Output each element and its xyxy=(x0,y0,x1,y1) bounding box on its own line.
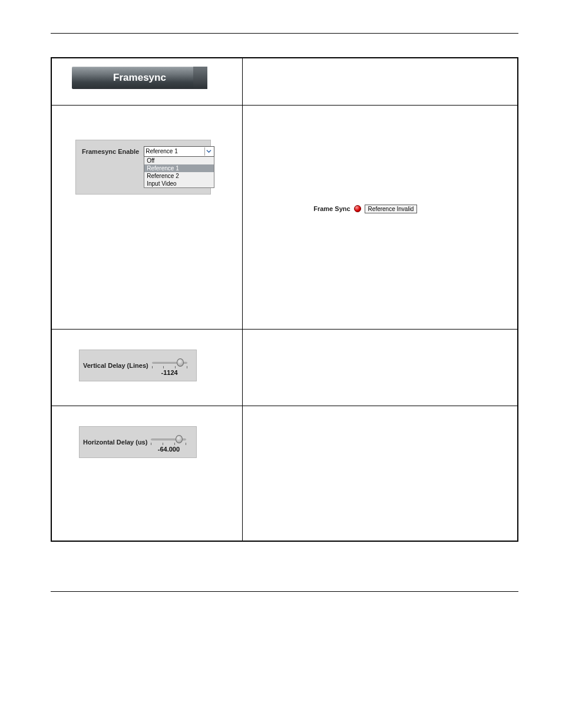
framesync-enable-panel: Framesync Enable Reference 1 Off xyxy=(75,140,211,195)
horizontal-delay-slider[interactable] xyxy=(151,435,186,443)
chevron-down-icon xyxy=(204,147,213,156)
framesync-enable-dropdown[interactable]: Reference 1 xyxy=(144,146,214,157)
frame-sync-status-label: Frame Sync xyxy=(313,205,350,212)
horizontal-delay-label: Horizontal Delay (us) xyxy=(83,435,147,446)
vertical-delay-value: -1124 xyxy=(161,369,178,376)
frame-sync-status: Frame Sync Reference Invalid xyxy=(313,205,511,213)
footer-rule xyxy=(51,591,518,592)
header-rule xyxy=(51,33,518,34)
option-off[interactable]: Off xyxy=(144,157,214,164)
vertical-delay-label: Vertical Delay (Lines) xyxy=(83,358,148,369)
slider-thumb-icon[interactable] xyxy=(176,435,183,443)
horizontal-delay-value: -64.000 xyxy=(158,446,180,453)
frame-sync-status-value: Reference Invalid xyxy=(365,205,418,213)
vertical-delay-panel: Vertical Delay (Lines) -1124 xyxy=(79,350,197,381)
framesync-banner: Framesync xyxy=(72,67,207,89)
framesync-enable-dropdown-list[interactable]: Off Reference 1 Reference 2 Input Video xyxy=(144,157,214,188)
option-reference-1[interactable]: Reference 1 xyxy=(144,164,214,172)
option-input-video[interactable]: Input Video xyxy=(144,180,214,187)
status-dot-icon xyxy=(354,205,361,212)
horizontal-delay-panel: Horizontal Delay (us) -64.000 xyxy=(79,426,197,458)
banner-shadow xyxy=(193,67,207,89)
banner-title: Framesync xyxy=(113,72,166,84)
framesync-enable-label: Framesync Enable xyxy=(82,146,139,155)
slider-thumb-icon[interactable] xyxy=(177,358,184,367)
framesync-table: Framesync Framesync Enable Reference 1 xyxy=(51,57,518,542)
dropdown-selected-value: Reference 1 xyxy=(146,148,177,154)
option-reference-2[interactable]: Reference 2 xyxy=(144,172,214,180)
vertical-delay-slider[interactable] xyxy=(152,358,187,367)
